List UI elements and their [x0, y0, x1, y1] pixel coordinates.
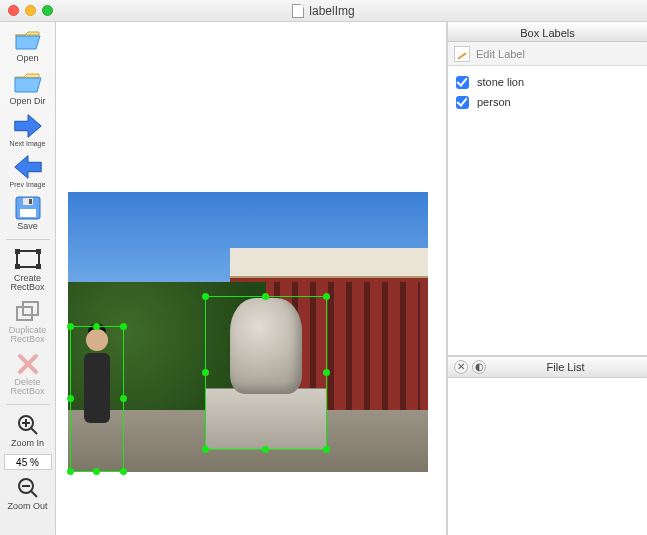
label-item[interactable]: stone lion	[456, 72, 639, 92]
file-list-header-text: File List	[490, 361, 641, 373]
prev-image-button[interactable]: Prev Image	[2, 153, 54, 188]
svg-rect-4	[17, 251, 39, 267]
delete-rectbox-label: Delete RectBox	[10, 378, 44, 396]
label-text: person	[477, 96, 511, 108]
zoom-value-text: 45 %	[16, 457, 39, 468]
undock-panel-button[interactable]: ◐	[472, 360, 486, 374]
svg-rect-10	[23, 302, 38, 315]
close-panel-button[interactable]: ✕	[454, 360, 468, 374]
bbox-stone-lion[interactable]	[205, 296, 327, 450]
zoom-out-icon	[11, 474, 45, 502]
create-rectbox-label: Create RectBox	[10, 274, 44, 292]
zoom-in-label: Zoom In	[11, 439, 44, 448]
window-title: labelImg	[0, 4, 647, 18]
arrow-left-icon	[11, 153, 45, 181]
delete-rectbox-button: Delete RectBox	[2, 350, 54, 396]
label-item[interactable]: person	[456, 92, 639, 112]
pencil-icon	[454, 46, 470, 62]
prev-image-label: Prev Image	[10, 181, 46, 188]
titlebar: labelImg	[0, 0, 647, 22]
right-panel: Box Labels Edit Label stone lion person …	[447, 22, 647, 535]
svg-rect-8	[36, 264, 41, 269]
zoom-value-field[interactable]: 45 %	[4, 454, 52, 470]
zoom-in-button[interactable]: Zoom In	[2, 411, 54, 448]
svg-rect-5	[15, 249, 20, 254]
file-list[interactable]	[448, 378, 647, 535]
left-toolbar: Open Open Dir Next Image Prev Image Save	[0, 22, 56, 535]
checkbox-icon[interactable]	[456, 76, 469, 89]
label-text: stone lion	[477, 76, 524, 88]
open-button[interactable]: Open	[2, 26, 54, 63]
image-canvas[interactable]	[56, 22, 447, 535]
next-image-button[interactable]: Next Image	[2, 112, 54, 147]
duplicate-rectbox-button: Duplicate RectBox	[2, 298, 54, 344]
zoom-out-label: Zoom Out	[7, 502, 47, 511]
arrow-right-icon	[11, 112, 45, 140]
folder-open-icon	[11, 26, 45, 54]
svg-rect-9	[17, 307, 32, 320]
delete-x-icon	[11, 350, 45, 378]
box-labels-header: Box Labels	[448, 22, 647, 42]
window-title-text: labelImg	[309, 4, 354, 18]
open-dir-label: Open Dir	[9, 97, 45, 106]
box-labels-header-text: Box Labels	[520, 27, 574, 39]
next-image-label: Next Image	[10, 140, 46, 147]
document-icon	[292, 4, 304, 18]
save-label: Save	[17, 222, 38, 231]
duplicate-rectbox-label: Duplicate RectBox	[9, 326, 47, 344]
svg-rect-6	[36, 249, 41, 254]
svg-rect-1	[20, 209, 36, 217]
edit-label-text: Edit Label	[476, 48, 525, 60]
floppy-save-icon	[11, 194, 45, 222]
folder-dir-icon	[11, 69, 45, 97]
zoom-out-button[interactable]: Zoom Out	[2, 474, 54, 511]
rect-duplicate-icon	[11, 298, 45, 326]
create-rectbox-button[interactable]: Create RectBox	[2, 246, 54, 292]
zoom-in-icon	[11, 411, 45, 439]
bbox-person[interactable]	[70, 326, 124, 472]
open-label: Open	[16, 54, 38, 63]
checkbox-icon[interactable]	[456, 96, 469, 109]
svg-rect-7	[15, 264, 20, 269]
svg-rect-3	[29, 199, 32, 204]
file-list-header-bar: ✕ ◐ File List	[448, 356, 647, 378]
loaded-image	[68, 192, 428, 472]
save-button[interactable]: Save	[2, 194, 54, 231]
labels-list[interactable]: stone lion person	[448, 66, 647, 356]
edit-label-button[interactable]: Edit Label	[448, 42, 647, 66]
rect-create-icon	[11, 246, 45, 274]
open-dir-button[interactable]: Open Dir	[2, 69, 54, 106]
